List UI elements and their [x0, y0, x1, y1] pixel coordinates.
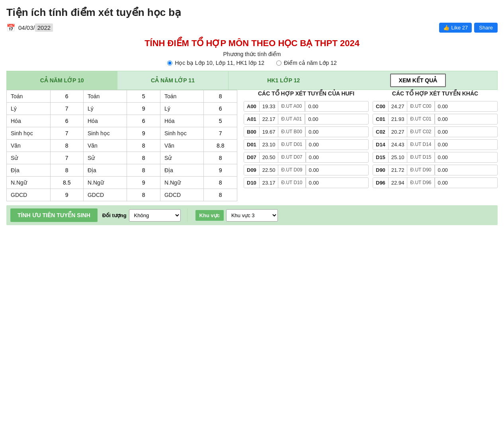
combo-item: D01 23.10 Đ.UT D01 0.00	[244, 139, 369, 150]
score-g11[interactable]	[127, 127, 160, 140]
combo-item-other: D96 22.94 Đ.UT D96 0.00	[373, 177, 498, 188]
combo-score: 19.33	[260, 101, 279, 111]
score-g12[interactable]	[204, 140, 237, 152]
score-g10[interactable]	[50, 189, 83, 201]
score-g11[interactable]	[127, 90, 160, 103]
grade-row: N.Ngữ N.Ngữ N.Ngữ	[7, 177, 237, 189]
score-g10[interactable]	[50, 115, 83, 127]
subject-label-3: Toán	[160, 90, 204, 103]
combo-dut-score: 0.00	[306, 165, 322, 175]
combo-dut-label: Đ.UT D01	[278, 140, 305, 149]
grade-row: Sinh học Sinh học Sinh học	[7, 127, 237, 140]
subject-label-3: GDCD	[160, 189, 204, 201]
score-g12[interactable]	[204, 115, 237, 127]
other-header: CÁC TỔ HỢP XÉT TUYỂN KHÁC	[373, 90, 498, 98]
tab-ca-nam-lop-11[interactable]: CẢ NĂM LỚP 11	[117, 71, 228, 90]
date-row: 📅 04/03/2022 👍 Like 27 Share	[6, 23, 498, 33]
combo-dut-score: 0.00	[435, 178, 451, 188]
score-g10[interactable]	[50, 90, 83, 103]
page-title: Tiện ích tính điểm xét tuyển học bạ	[6, 6, 498, 19]
grade-row: Toán Toán Toán	[7, 90, 237, 103]
score-g12[interactable]	[204, 164, 237, 177]
score-g11[interactable]	[127, 152, 160, 164]
combo-item: A00 19.33 Đ.UT A00 0.00	[244, 101, 369, 112]
xem-ket-qua-button[interactable]: XEM KẾT QUẢ	[390, 74, 446, 87]
combo-dut-label: Đ.UT D10	[278, 178, 305, 187]
radio-option-2[interactable]: Điểm cả năm Lớp 12	[276, 60, 337, 66]
calendar-icon: 📅	[6, 23, 15, 32]
combo-score: 22.17	[260, 114, 279, 124]
score-g12[interactable]	[204, 90, 237, 103]
subject-label-3: Văn	[160, 140, 204, 152]
subject-label: Toán	[7, 90, 51, 103]
main-title: TÍNH ĐIỂM TỔ HỢP MÔN THEO HỌC BẠ THPT 20…	[6, 38, 498, 49]
subject-label: N.Ngữ	[7, 177, 51, 189]
like-button[interactable]: 👍 Like 27	[439, 23, 472, 33]
khu-vuc-select[interactable]: Khu vực 1Khu vực 2Khu vực 2NTKhu vực 3	[226, 209, 278, 222]
combos-row: CÁC TỔ HỢP XÉT TUYỂN CỦA HUFI A00 19.33 …	[244, 90, 498, 190]
subject-label-2: Văn	[83, 140, 127, 152]
score-g10[interactable]	[50, 140, 83, 152]
separator	[187, 208, 188, 222]
tab-ca-nam-lop-10[interactable]: CẢ NĂM LỚP 10	[7, 71, 117, 90]
subject-label-3: Hóa	[160, 115, 204, 127]
grade-row: Địa Địa Địa	[7, 164, 237, 177]
khu-vuc-group: Khu vực Khu vực 1Khu vực 2Khu vực 2NTKhu…	[195, 209, 278, 222]
subject-label-2: GDCD	[83, 189, 127, 201]
score-g11[interactable]	[127, 140, 160, 152]
score-g10[interactable]	[50, 177, 83, 189]
score-g11[interactable]	[127, 164, 160, 177]
combo-dut-score: 0.00	[435, 152, 451, 162]
tabs-container: CẢ NĂM LỚP 10 CẢ NĂM LỚP 11 HK1 LỚP 12 X…	[6, 71, 498, 90]
radio-input-1[interactable]	[167, 60, 172, 66]
thumbs-up-icon: 👍	[443, 25, 449, 31]
score-g10[interactable]	[50, 103, 83, 115]
subject-label-2: N.Ngữ	[83, 177, 127, 189]
score-g10[interactable]	[50, 127, 83, 140]
score-g12[interactable]	[204, 152, 237, 164]
combo-dut-score: 0.00	[305, 101, 321, 111]
year-box: 2022	[35, 23, 53, 32]
score-g12[interactable]	[204, 189, 237, 201]
combo-item: A01 22.17 Đ.UT A01 0.00	[244, 114, 369, 125]
score-g12[interactable]	[204, 127, 237, 140]
combo-item-other: C00 24.27 Đ.UT C00 0.00	[373, 101, 498, 112]
khu-vuc-label: Khu vực	[195, 210, 224, 221]
combo-dut-label: Đ.UT C00	[407, 101, 434, 111]
subject-label-2: Sử	[83, 152, 127, 164]
combo-score: 20.50	[260, 152, 279, 162]
date-display: 04/03/2022	[18, 24, 53, 31]
score-g11[interactable]	[127, 177, 160, 189]
score-g11[interactable]	[127, 115, 160, 127]
doi-tuong-group: Đối tượng KhôngUT1UT2	[102, 209, 181, 222]
score-g10[interactable]	[50, 152, 83, 164]
hufi-combos-col: CÁC TỔ HỢP XÉT TUYỂN CỦA HUFI A00 19.33 …	[244, 90, 369, 190]
radio-input-2[interactable]	[276, 60, 281, 66]
combo-code: C00	[373, 101, 389, 111]
doi-tuong-select[interactable]: KhôngUT1UT2	[129, 209, 181, 222]
radio-option-1[interactable]: Học bạ Lớp 10, Lớp 11, HK1 lớp 12	[167, 60, 264, 66]
title-section: TÍNH ĐIỂM TỔ HỢP MÔN THEO HỌC BẠ THPT 20…	[6, 38, 498, 66]
combo-dut-score: 0.00	[306, 152, 322, 162]
combo-dut-label: Đ.UT A01	[278, 114, 305, 124]
tinh-uu-tien-button[interactable]: TÍNH ƯU TIÊN TUYỂN SINH	[10, 208, 98, 222]
combo-dut-label: Đ.UT D96	[407, 178, 434, 187]
score-g11[interactable]	[127, 189, 160, 201]
combo-code: A01	[244, 114, 260, 124]
tab-hk1-lop-12[interactable]: HK1 LỚP 12	[229, 71, 339, 90]
combo-score: 19.67	[260, 127, 279, 137]
combo-dut-label: Đ.UT C01	[407, 114, 434, 124]
score-g12[interactable]	[204, 177, 237, 189]
grade-row: Sử Sử Sử	[7, 152, 237, 164]
score-g12[interactable]	[204, 103, 237, 115]
combo-dut-score: 0.00	[435, 101, 451, 111]
combo-code: D01	[244, 140, 260, 150]
grade-row: GDCD GDCD GDCD	[7, 189, 237, 201]
combo-score: 23.10	[260, 140, 279, 150]
hufi-combos-list: A00 19.33 Đ.UT A00 0.00 A01 22.17 Đ.UT A…	[244, 101, 369, 188]
score-g11[interactable]	[127, 103, 160, 115]
combo-item: B00 19.67 Đ.UT B00 0.00	[244, 126, 369, 137]
share-button[interactable]: Share	[474, 23, 498, 33]
score-g10[interactable]	[50, 164, 83, 177]
subject-label: Sử	[7, 152, 51, 164]
